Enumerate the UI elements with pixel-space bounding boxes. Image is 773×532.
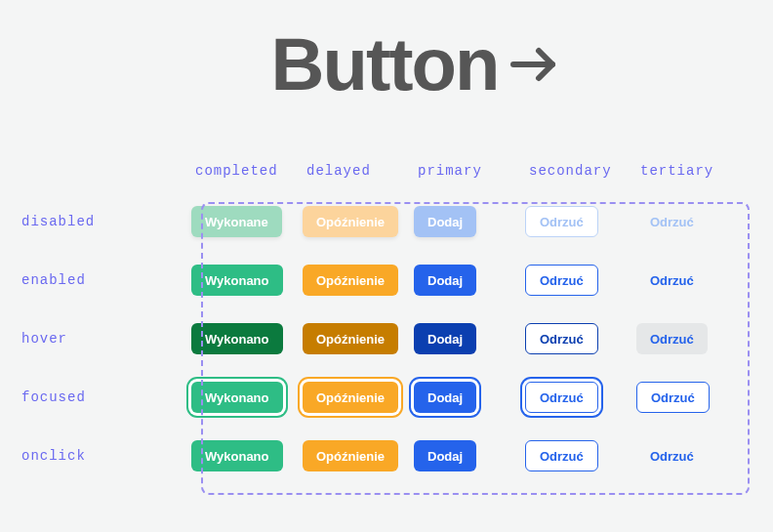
row-label-enabled: enabled — [16, 272, 191, 288]
btn-completed-enabled[interactable]: Wykonano — [191, 265, 283, 296]
btn-primary-focused[interactable]: Dodaj — [414, 382, 476, 413]
btn-secondary-enabled[interactable]: Odrzuć — [525, 265, 598, 296]
row-label-disabled: disabled — [16, 214, 191, 229]
col-header-primary: primary — [414, 163, 525, 179]
btn-secondary-hover[interactable]: Odrzuć — [525, 323, 598, 354]
page-title-wrap: Button — [59, 0, 773, 106]
btn-primary-hover[interactable]: Dodaj — [414, 323, 476, 354]
col-header-secondary: secondary — [525, 163, 636, 179]
btn-tertiary-onclick[interactable]: Odrzuć — [636, 440, 708, 471]
btn-completed-focused[interactable]: Wykonano — [191, 382, 283, 413]
btn-delayed-enabled[interactable]: Opóźnienie — [303, 265, 398, 296]
page-title: Button — [271, 21, 499, 106]
btn-tertiary-disabled[interactable]: Odrzuć — [636, 206, 708, 237]
btn-primary-disabled[interactable]: Dodaj — [414, 206, 476, 237]
btn-tertiary-hover[interactable]: Odrzuć — [636, 323, 708, 354]
row-label-onclick: onclick — [16, 448, 191, 464]
btn-secondary-onclick[interactable]: Odrzuć — [525, 440, 598, 471]
btn-delayed-onclick[interactable]: Opóźnienie — [303, 440, 398, 471]
col-header-tertiary: tertiary — [636, 163, 748, 179]
btn-delayed-focused[interactable]: Opóźnienie — [303, 382, 398, 413]
col-header-completed: completed — [191, 163, 303, 179]
btn-delayed-hover[interactable]: Opóźnienie — [303, 323, 398, 354]
btn-completed-onclick[interactable]: Wykonano — [191, 440, 283, 471]
btn-primary-enabled[interactable]: Dodaj — [414, 265, 476, 296]
col-header-delayed: delayed — [303, 163, 414, 179]
button-matrix: completed delayed primary secondary tert… — [16, 163, 773, 471]
btn-completed-hover[interactable]: Wykonano — [191, 323, 283, 354]
btn-tertiary-focused[interactable]: Odrzuć — [636, 382, 710, 413]
btn-tertiary-enabled[interactable]: Odrzuć — [636, 265, 708, 296]
btn-secondary-disabled[interactable]: Odrzuć — [525, 206, 598, 237]
btn-delayed-disabled[interactable]: Opóźnienie — [303, 206, 398, 237]
arrow-right-icon — [509, 45, 560, 84]
btn-secondary-focused[interactable]: Odrzuć — [525, 382, 598, 413]
row-label-hover: hover — [16, 331, 191, 347]
btn-primary-onclick[interactable]: Dodaj — [414, 440, 476, 471]
row-label-focused: focused — [16, 389, 191, 405]
btn-completed-disabled[interactable]: Wykonane — [191, 206, 282, 237]
